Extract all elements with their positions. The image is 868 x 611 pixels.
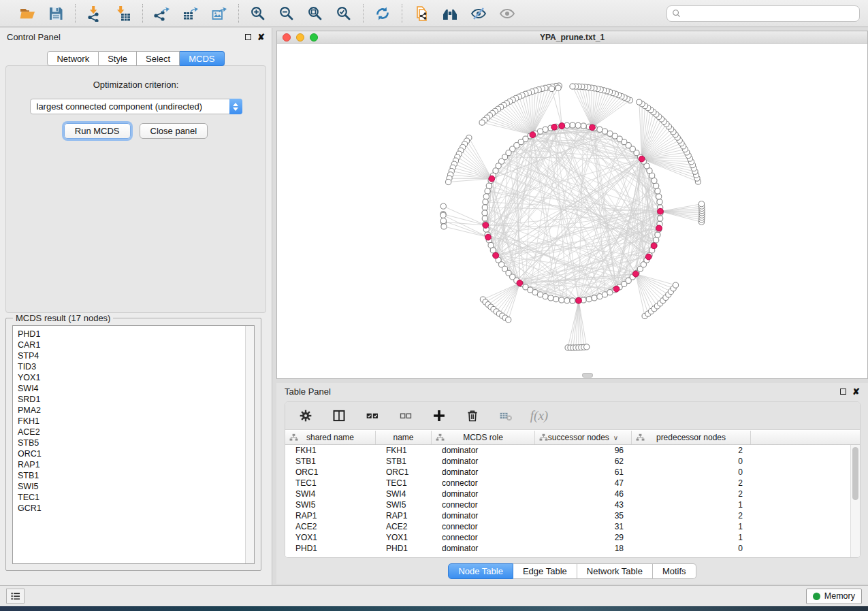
tab-motifs[interactable]: Motifs [653, 563, 696, 579]
tab-network[interactable]: Network [47, 51, 99, 66]
float-table-panel-icon[interactable] [840, 389, 846, 395]
mcds-result-item[interactable]: TEC1 [18, 492, 245, 503]
zoom-selected-button[interactable] [334, 4, 353, 23]
table-row[interactable]: STB1STB1dominator620 [285, 456, 850, 467]
sort-descending-icon[interactable]: ∨ [613, 434, 618, 442]
mcds-hub-node[interactable] [517, 280, 523, 286]
clone-network-button[interactable] [412, 4, 431, 23]
mcds-result-item[interactable]: SWI4 [18, 383, 245, 394]
show-columns-button[interactable] [331, 408, 347, 424]
mcds-hub-node[interactable] [485, 234, 492, 240]
table-row[interactable]: SWI4SWI4dominator462 [285, 489, 850, 499]
tab-mcds[interactable]: MCDS [180, 51, 224, 66]
task-history-button[interactable] [6, 589, 25, 604]
search-field[interactable] [666, 5, 860, 22]
network-graph[interactable] [277, 44, 867, 378]
network-graph-canvas[interactable] [277, 44, 867, 378]
zoom-in-button[interactable] [248, 4, 268, 23]
zoom-out-button[interactable] [277, 4, 296, 23]
tab-select[interactable]: Select [137, 51, 180, 66]
mcds-hub-node[interactable] [590, 125, 596, 131]
network-window-titlebar[interactable]: YPA_prune.txt_1 [277, 31, 867, 44]
mcds-result-item[interactable]: RAP1 [18, 459, 245, 470]
export-table-button[interactable] [181, 4, 200, 23]
table-row[interactable]: FKH1FKH1dominator962 [285, 445, 850, 456]
import-network-button[interactable] [85, 4, 104, 23]
table-row[interactable]: ACE2ACE2connector311 [285, 521, 850, 532]
close-table-panel-icon[interactable]: ✘ [852, 389, 860, 395]
mcds-hub-node[interactable] [613, 286, 620, 292]
first-neighbors-button[interactable] [440, 4, 460, 23]
mcds-result-item[interactable]: SWI5 [18, 481, 245, 492]
network-hscroll-thumb[interactable] [582, 373, 593, 378]
mcds-hub-node[interactable] [656, 225, 662, 231]
mcds-hub-node[interactable] [658, 208, 664, 214]
tab-style[interactable]: Style [99, 51, 137, 66]
memory-button[interactable]: Memory [806, 589, 862, 604]
criterion-dropdown[interactable]: largest connected component (undirected) [30, 99, 242, 114]
mcds-result-item[interactable]: FKH1 [18, 416, 245, 427]
table-row[interactable]: SWI5SWI5connector431 [285, 499, 850, 510]
show-all-button[interactable] [498, 4, 517, 23]
mcds-result-item[interactable]: STP4 [18, 350, 245, 361]
float-panel-icon[interactable] [245, 34, 251, 40]
settings-button[interactable] [298, 408, 314, 424]
select-all-button[interactable] [364, 408, 381, 424]
mcds-hub-node[interactable] [493, 252, 499, 259]
tab-node-table[interactable]: Node Table [448, 563, 513, 579]
mcds-hub-node[interactable] [483, 222, 489, 229]
zoom-fit-button[interactable] [306, 4, 325, 23]
column-header-name[interactable]: name [376, 431, 432, 444]
column-header-shared-name[interactable]: shared name [285, 431, 376, 444]
mcds-result-list[interactable]: PHD1CAR1STP4TID3YOX1SWI4SRD1PMA2FKH1ACE2… [12, 325, 255, 564]
import-table-button[interactable] [114, 4, 133, 23]
mcds-hub-node[interactable] [632, 271, 639, 277]
mcds-result-item[interactable]: GCR1 [18, 503, 245, 514]
mcds-result-item[interactable]: ORC1 [18, 448, 245, 459]
search-input[interactable] [681, 7, 854, 20]
mcds-hub-node[interactable] [639, 156, 645, 162]
table-row[interactable]: RAP1RAP1dominator352 [285, 510, 850, 521]
deselect-all-button[interactable] [398, 408, 414, 424]
apply-layout-button[interactable] [373, 4, 392, 23]
mcds-result-item[interactable]: TID3 [18, 361, 245, 372]
mcds-hub-node[interactable] [530, 132, 536, 138]
mcds-result-item[interactable]: PHD1 [18, 329, 245, 340]
delete-row-button[interactable] [464, 408, 481, 424]
mcds-hub-node[interactable] [559, 123, 565, 129]
column-header-MCDS-role[interactable]: MCDS role [432, 431, 535, 444]
mcds-result-item[interactable]: CAR1 [18, 340, 245, 350]
column-header-successor-nodes[interactable]: successor nodes ∨ [535, 431, 632, 444]
table-scrollbar[interactable] [850, 445, 860, 557]
hide-selected-button[interactable] [469, 4, 488, 23]
table-panel-tabs: Node TableEdge TableNetwork TableMotifs [276, 563, 868, 579]
save-session-button[interactable] [46, 4, 65, 23]
table-row[interactable]: PHD1PHD1dominator180 [285, 543, 850, 554]
mcds-result-item[interactable]: PMA2 [18, 405, 245, 416]
mcds-result-scrollbar[interactable] [245, 326, 254, 563]
export-image-button[interactable] [210, 4, 229, 23]
mcds-hub-node[interactable] [489, 176, 495, 182]
mcds-hub-node[interactable] [576, 297, 582, 303]
column-header-predecessor-nodes[interactable]: predecessor nodes [632, 431, 751, 444]
add-row-button[interactable] [431, 408, 447, 424]
mcds-result-item[interactable]: STB1 [18, 470, 245, 481]
close-panel-button[interactable]: Close panel [140, 123, 208, 139]
close-panel-icon[interactable]: ✘ [257, 34, 265, 40]
mcds-result-item[interactable]: STB5 [18, 437, 245, 448]
table-row[interactable]: YOX1YOX1connector291 [285, 532, 850, 543]
export-network-button[interactable] [152, 4, 172, 23]
mcds-hub-node[interactable] [651, 243, 657, 249]
tab-network-table[interactable]: Network Table [577, 563, 653, 579]
run-mcds-button[interactable]: Run MCDS [64, 123, 131, 139]
mcds-hub-node[interactable] [551, 124, 558, 130]
mcds-result-item[interactable]: ACE2 [18, 427, 245, 437]
mcds-result-item[interactable]: SRD1 [18, 394, 245, 405]
table-scrollbar-thumb[interactable] [852, 447, 858, 500]
table-row[interactable]: TEC1TEC1connector472 [285, 478, 850, 489]
table-row[interactable]: ORC1ORC1dominator610 [285, 467, 850, 478]
mcds-result-item[interactable]: YOX1 [18, 372, 245, 383]
tab-edge-table[interactable]: Edge Table [513, 563, 577, 579]
mcds-hub-node[interactable] [645, 254, 652, 260]
open-file-button[interactable] [18, 4, 37, 23]
